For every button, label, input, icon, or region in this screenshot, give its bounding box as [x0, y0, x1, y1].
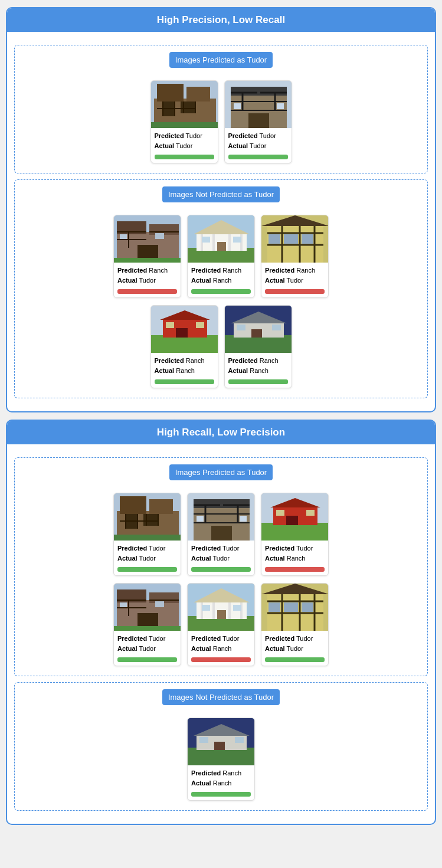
result-bar-7: [228, 379, 288, 384]
high-recall-title: High Recall, Low Precision: [7, 421, 435, 444]
svg-rect-140: [302, 602, 313, 612]
result-bar-s2-5: [191, 657, 251, 662]
svg-rect-34: [155, 233, 164, 239]
result-bar-6: [155, 379, 214, 384]
card-tudor-tudor-1: Predicted Tudor Actual Tudor: [150, 80, 218, 163]
svg-rect-119: [114, 626, 181, 631]
card-ranch-ranch-1: Predicted Ranch Actual Ranch: [187, 215, 255, 298]
card-body-s2-2: Predicted Tudor Actual Tudor: [188, 541, 254, 565]
svg-rect-145: [188, 748, 255, 765]
card-body-s2-6: Predicted Tudor Actual Tudor: [261, 631, 328, 655]
svg-rect-126: [212, 602, 215, 619]
svg-rect-148: [214, 742, 225, 750]
svg-rect-139: [284, 602, 298, 612]
card-s2-tudor-tudor-3: Predicted Tudor Actual Tudor: [113, 583, 181, 666]
card-body-s2-7: Predicted Ranch Actual Ranch: [188, 765, 254, 790]
svg-rect-75: [272, 325, 281, 330]
svg-rect-21: [248, 113, 269, 128]
actual-label-4: Actual Ranch: [191, 276, 251, 286]
svg-rect-131: [233, 605, 241, 611]
card-image-s2-2: [188, 493, 255, 541]
svg-rect-129: [217, 610, 226, 619]
card-image-s2-4: [114, 584, 181, 631]
card-body-s2-4: Predicted Tudor Actual Tudor: [114, 631, 181, 655]
svg-rect-62: [151, 335, 218, 353]
actual-label-2: Actual Tudor: [228, 141, 288, 151]
svg-rect-99: [240, 516, 247, 522]
svg-rect-33: [120, 234, 127, 239]
card-body-4: Predicted Ranch Actual Ranch: [188, 263, 254, 287]
svg-rect-56: [284, 234, 298, 244]
svg-rect-45: [217, 242, 226, 251]
svg-rect-47: [233, 237, 241, 243]
card-s2-tudor-tudor-4: Predicted Tudor Actual Tudor: [261, 583, 329, 666]
not-predicted-row-s2: Predicted Ranch Actual Ranch: [15, 714, 427, 804]
predicted-label-3: Predicted Ranch: [117, 266, 177, 276]
svg-rect-23: [277, 103, 284, 109]
card-image-6: [151, 306, 218, 353]
card-body-s2-5: Predicted Tudor Actual Ranch: [188, 631, 254, 655]
high-precision-section: High Precision, Low Recall Images Predic…: [6, 7, 436, 412]
card-ranch-ranch-3: Predicted Ranch Actual Ranch: [224, 305, 292, 388]
svg-rect-70: [225, 335, 292, 353]
svg-rect-81: [143, 514, 158, 526]
card-body-5: Predicted Ranch Actual Tudor: [261, 263, 328, 287]
card-body-s2-1: Predicted Tudor Actual Tudor: [114, 541, 181, 565]
predicted-tudor-row2-2: Predicted Tudor Actual Tudor: [15, 579, 427, 670]
svg-rect-42: [212, 234, 215, 251]
svg-rect-46: [202, 237, 210, 243]
card-s2-tudor-ranch-2: Predicted Tudor Actual Ranch: [187, 583, 255, 666]
card-body-1: Predicted Tudor Actual Tudor: [151, 128, 218, 152]
not-predicted-as-tudor-section-2: Images Not Predicted as Tudor: [14, 682, 428, 811]
result-bar-5: [265, 289, 325, 294]
svg-rect-66: [166, 322, 174, 328]
predicted-label-6: Predicted Ranch: [155, 356, 214, 366]
svg-rect-57: [302, 234, 313, 244]
card-s2-tudor-tudor-2: Predicted Tudor Actual Tudor: [187, 493, 255, 576]
predicted-label-1: Predicted Tudor: [155, 131, 214, 141]
actual-label-6: Actual Ranch: [155, 366, 214, 376]
predicted-label-7: Predicted Ranch: [228, 356, 288, 366]
high-precision-title: High Precision, Low Recall: [7, 8, 435, 32]
svg-rect-67: [196, 322, 204, 328]
result-bar-s2-4: [117, 657, 177, 662]
svg-rect-141: [269, 602, 280, 612]
svg-rect-98: [197, 516, 204, 522]
actual-label-3: Actual Tudor: [117, 276, 177, 286]
card-s2-tudor-tudor-1: Predicted Tudor Actual Tudor: [113, 493, 181, 576]
predicted-as-tudor-section-1: Images Predicted as Tudor: [14, 45, 428, 173]
result-bar-3: [117, 289, 177, 294]
svg-rect-65: [176, 328, 188, 338]
result-bar-2: [228, 155, 288, 159]
svg-rect-90: [194, 499, 250, 508]
actual-label-7: Actual Ranch: [228, 366, 288, 376]
card-image-s2-6: [261, 584, 329, 631]
svg-rect-11: [151, 122, 218, 128]
card-image-2: [225, 81, 292, 128]
svg-rect-150: [235, 737, 244, 743]
not-predicted-row2: Predicted Ranch Actual Ranch: [15, 302, 427, 392]
svg-rect-117: [120, 602, 127, 607]
svg-rect-74: [237, 325, 245, 330]
svg-rect-35: [114, 258, 181, 263]
card-s2-ranch-ranch: Predicted Ranch Actual Ranch: [187, 718, 255, 801]
result-bar-1: [155, 155, 214, 159]
svg-rect-102: [261, 523, 329, 541]
result-bar-s2-6: [265, 657, 325, 662]
card-image-5: [261, 215, 329, 263]
svg-rect-105: [286, 516, 298, 525]
card-ranch-tudor-2: Predicted Ranch Actual Tudor: [261, 215, 329, 298]
card-body-s2-3: Predicted Tudor Actual Ranch: [261, 541, 328, 565]
actual-label-5: Actual Tudor: [265, 276, 325, 286]
card-ranch-ranch-2: Predicted Ranch Actual Ranch: [150, 305, 218, 388]
not-predicted-row1: Predicted Ranch Actual Tudor: [15, 211, 427, 302]
svg-rect-149: [199, 737, 208, 743]
card-s2-tudor-ranch-1: Predicted Tudor Actual Ranch: [261, 493, 329, 576]
actual-label-1: Actual Tudor: [155, 141, 214, 151]
svg-rect-106: [276, 510, 284, 516]
predicted-as-tudor-label-2: Images Predicted as Tudor: [169, 464, 273, 480]
not-predicted-as-tudor-label-1: Images Not Predicted as Tudor: [162, 186, 280, 202]
predicted-label-4: Predicted Ranch: [191, 266, 251, 276]
card-ranch-tudor-1: Predicted Ranch Actual Tudor: [113, 215, 181, 298]
svg-rect-127: [228, 602, 231, 619]
